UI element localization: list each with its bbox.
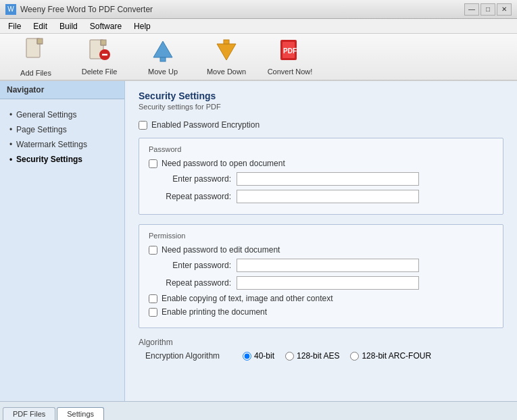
svg-rect-7 [160,57,166,61]
menu-file[interactable]: File [3,20,26,33]
svg-marker-6 [153,41,172,57]
sidebar-title: Navigator [0,81,124,99]
algo-arcfour-label: 128-bit ARC-FOUR [362,351,431,361]
copy-text-row: Enable copying of text, image and other … [149,294,493,303]
algo-128aes-radio[interactable] [285,352,294,361]
enter-password-label: Enter password: [149,174,237,184]
edit-doc-row: Need password to edit document [149,245,493,255]
password-encryption-row: Enabled Password Encryption [139,120,503,130]
minimize-button[interactable]: — [464,3,479,16]
password-encryption-label: Enabled Password Encryption [151,120,260,130]
open-doc-checkbox[interactable] [149,159,157,168]
move-down-button[interactable]: Move Down [196,36,257,77]
add-files-label: Add Files [20,69,51,77]
content-panel: Security Settings Security settings for … [125,81,517,401]
copy-text-label: Enable copying of text, image and other … [162,294,333,303]
perm-repeat-password-input[interactable] [237,276,419,290]
permission-section-title: Permission [149,232,493,240]
algo-40bit-radio[interactable] [243,352,251,361]
edit-doc-checkbox[interactable] [149,246,157,255]
algo-128aes: 128-bit AES [285,351,339,361]
sidebar-item-security-settings[interactable]: Security Settings [7,152,118,167]
maximize-button[interactable]: □ [481,3,495,16]
add-files-button[interactable]: Add Files [5,36,66,77]
move-down-icon [214,38,239,65]
panel-title: Security Settings [139,90,503,101]
password-section: Password Need password to open document … [139,138,503,215]
encryption-algorithm-options: 40-bit 128-bit AES 128-bit ARC-FOUR [243,351,431,361]
open-doc-label: Need password to open document [162,159,285,168]
algo-40bit: 40-bit [243,351,274,361]
window-title: Weeny Free Word To PDF Converter [20,5,153,14]
repeat-password-label: Repeat password: [149,192,237,201]
move-down-label: Move Down [207,68,246,76]
svg-text:PDF: PDF [283,47,297,55]
svg-rect-1 [37,38,43,44]
sidebar-nav: General Settings Page Settings Watermark… [0,99,124,175]
menu-build[interactable]: Build [54,20,83,33]
encryption-algorithm-label: Encryption Algorithm [145,351,240,361]
print-doc-label: Enable printing the document [162,307,267,317]
menu-software[interactable]: Software [84,20,127,33]
svg-marker-8 [217,44,236,60]
enter-password-row: Enter password: [149,172,493,186]
password-encryption-checkbox[interactable] [139,121,147,130]
repeat-password-input[interactable] [237,190,419,203]
convert-now-label: Convert Now! [268,68,313,76]
app-icon: W [5,4,16,15]
print-doc-row: Enable printing the document [149,307,493,317]
toolbar: Add Files Delete File Move Up [0,34,517,81]
edit-doc-label: Need password to edit document [162,245,280,255]
svg-rect-9 [224,40,229,44]
sidebar-item-watermark-settings[interactable]: Watermark Settings [7,137,118,152]
encryption-algorithm-row: Encryption Algorithm 40-bit 128-bit AES … [139,351,503,361]
svg-rect-3 [101,40,106,45]
menu-edit[interactable]: Edit [28,20,53,33]
perm-enter-password-row: Enter password: [149,259,493,272]
copy-text-checkbox[interactable] [149,294,157,303]
close-button[interactable]: ✕ [497,3,512,16]
title-bar-left: W Weeny Free Word To PDF Converter [5,4,153,15]
delete-file-label: Delete File [82,68,118,76]
convert-now-icon: PDF [278,38,302,65]
window-controls: — □ ✕ [464,3,512,16]
algo-arcfour: 128-bit ARC-FOUR [350,351,431,361]
sidebar-item-page-settings[interactable]: Page Settings [7,122,118,137]
panel-subtitle: Security settings for PDF [139,103,503,111]
move-up-label: Move Up [148,68,178,76]
algorithm-section-title: Algorithm [139,338,503,347]
delete-file-button[interactable]: Delete File [69,36,130,77]
print-doc-checkbox[interactable] [149,308,157,317]
permission-section: Permission Need password to edit documen… [139,224,503,328]
bottom-tab-bar: PDF Files Settings [0,401,517,420]
main-content: Navigator General Settings Page Settings… [0,81,517,401]
move-up-button[interactable]: Move Up [132,36,193,77]
convert-now-button[interactable]: PDF Convert Now! [260,36,320,77]
sidebar: Navigator General Settings Page Settings… [0,81,125,401]
algo-arcfour-radio[interactable] [350,352,359,361]
algo-128aes-label: 128-bit AES [297,351,339,361]
perm-repeat-password-row: Repeat password: [149,276,493,290]
repeat-password-row: Repeat password: [149,190,493,203]
sidebar-item-general-settings[interactable]: General Settings [7,107,118,122]
perm-repeat-password-label: Repeat password: [149,278,237,288]
move-up-icon [151,38,175,65]
algorithm-section: Algorithm Encryption Algorithm 40-bit 12… [139,338,503,361]
algo-40bit-label: 40-bit [254,351,274,361]
tab-settings[interactable]: Settings [57,407,104,420]
open-doc-row: Need password to open document [149,159,493,168]
add-files-icon [24,37,48,66]
title-bar: W Weeny Free Word To PDF Converter — □ ✕ [0,0,517,19]
perm-enter-password-label: Enter password: [149,261,237,270]
menu-bar: File Edit Build Software Help [0,19,517,34]
tab-pdf-files[interactable]: PDF Files [3,407,55,420]
menu-help[interactable]: Help [128,20,156,33]
password-section-title: Password [149,145,493,153]
enter-password-input[interactable] [237,172,419,186]
perm-enter-password-input[interactable] [237,259,419,272]
delete-file-icon [87,38,112,65]
